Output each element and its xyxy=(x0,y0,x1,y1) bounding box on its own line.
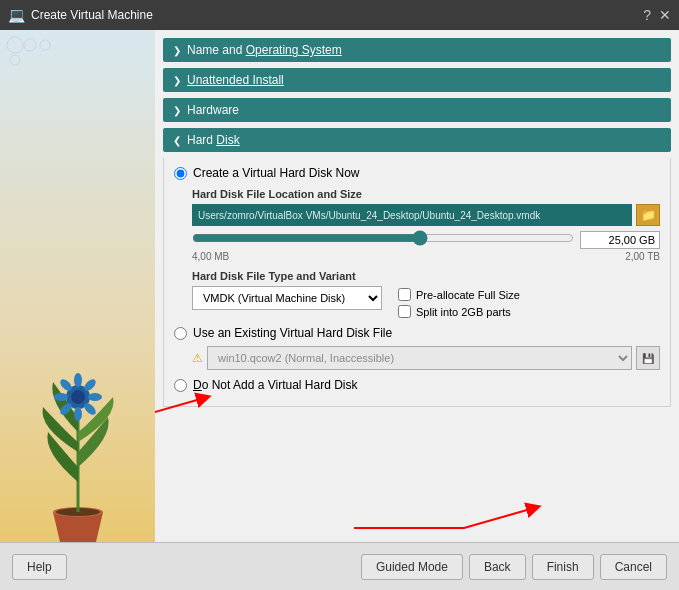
slider-min-label: 4,00 MB xyxy=(192,251,229,262)
folder-button[interactable]: 📁 xyxy=(636,204,660,226)
split-parts-label: Split into 2GB parts xyxy=(416,306,511,318)
chevron-right-icon: ❯ xyxy=(173,45,181,56)
disk-type-select[interactable]: VMDK (Virtual Machine Disk) VDI (Virtual… xyxy=(192,286,382,310)
svg-point-11 xyxy=(88,393,102,401)
warning-icon: ⚠ xyxy=(192,351,203,365)
decorative-pattern xyxy=(5,35,105,115)
guided-mode-button[interactable]: Guided Mode xyxy=(361,554,463,580)
disk-icon: 💾 xyxy=(642,353,654,364)
svg-point-9 xyxy=(74,373,82,387)
section-unattended-label: Unattended Install xyxy=(187,73,284,87)
location-size-section: Hard Disk File Location and Size 📁 4,00 … xyxy=(192,188,660,318)
section-hard-disk[interactable]: ❮ Hard Disk xyxy=(163,128,671,152)
window-title: Create Virtual Machine xyxy=(31,8,153,22)
svg-point-0 xyxy=(7,37,23,53)
svg-point-1 xyxy=(24,39,36,51)
svg-point-3 xyxy=(10,55,20,65)
section-unattended[interactable]: ❯ Unattended Install xyxy=(163,68,671,92)
cancel-button[interactable]: Cancel xyxy=(600,554,667,580)
section-name-os-label: Name and Operating System xyxy=(187,43,342,57)
section-hard-disk-label: Hard Disk xyxy=(187,133,240,147)
title-bar: 💻 Create Virtual Machine ? ✕ xyxy=(0,0,679,30)
section-hardware-label: Hardware xyxy=(187,103,239,117)
svg-point-13 xyxy=(74,407,82,421)
svg-point-15 xyxy=(54,393,68,401)
folder-icon: 📁 xyxy=(641,208,656,222)
help-button[interactable]: ? xyxy=(643,8,651,22)
no-disk-label: Do Not Add a Virtual Hard Disk xyxy=(193,378,358,392)
section-hardware[interactable]: ❯ Hardware xyxy=(163,98,671,122)
help-button-bottom[interactable]: Help xyxy=(12,554,67,580)
size-slider[interactable] xyxy=(192,230,574,246)
section-name-os[interactable]: ❯ Name and Operating System xyxy=(163,38,671,62)
svg-point-8 xyxy=(71,390,85,404)
file-path-input[interactable] xyxy=(192,204,632,226)
type-variant-label: Hard Disk File Type and Variant xyxy=(192,270,660,282)
size-value-input[interactable] xyxy=(580,231,660,249)
existing-disk-select[interactable]: win10.qcow2 (Normal, Inaccessible) xyxy=(207,346,632,370)
bottom-bar: Help Guided Mode Back Finish Cancel xyxy=(0,542,679,590)
split-parts-checkbox[interactable] xyxy=(398,305,411,318)
create-new-label: Create a Virtual Hard Disk Now xyxy=(193,166,360,180)
close-button[interactable]: ✕ xyxy=(659,8,671,22)
hard-disk-content: Create a Virtual Hard Disk Now Hard Disk… xyxy=(163,158,671,407)
svg-point-2 xyxy=(40,40,50,50)
use-existing-radio[interactable] xyxy=(174,327,187,340)
left-panel xyxy=(0,30,155,542)
app-icon: 💻 xyxy=(8,7,25,23)
plant-illustration xyxy=(13,312,143,542)
use-existing-label: Use an Existing Virtual Hard Disk File xyxy=(193,326,392,340)
back-button[interactable]: Back xyxy=(469,554,526,580)
slider-max-label: 2,00 TB xyxy=(625,251,660,262)
disk-browse-button[interactable]: 💾 xyxy=(636,346,660,370)
create-new-radio[interactable] xyxy=(174,167,187,180)
pre-allocate-label: Pre-allocate Full Size xyxy=(416,289,520,301)
location-size-label: Hard Disk File Location and Size xyxy=(192,188,660,200)
finish-button[interactable]: Finish xyxy=(532,554,594,580)
chevron-right-icon-3: ❯ xyxy=(173,105,181,116)
chevron-down-icon: ❮ xyxy=(173,135,181,146)
chevron-right-icon-2: ❯ xyxy=(173,75,181,86)
right-panel: ❯ Name and Operating System ❯ Unattended… xyxy=(155,30,679,542)
pre-allocate-checkbox[interactable] xyxy=(398,288,411,301)
no-disk-radio[interactable] xyxy=(174,379,187,392)
